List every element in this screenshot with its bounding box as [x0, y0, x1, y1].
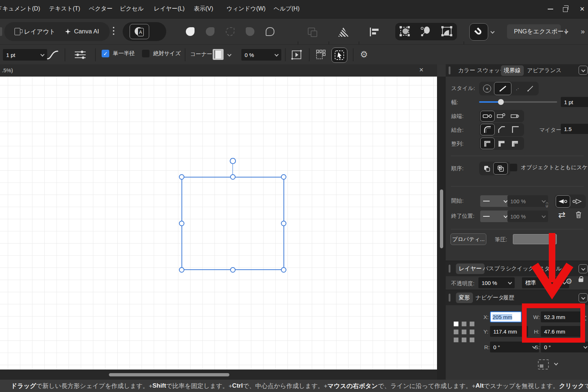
delete-stroke-button[interactable]	[575, 211, 582, 220]
horizontal-scrollbar-thumb[interactable]	[109, 373, 229, 376]
shear-select[interactable]: 0 °	[541, 342, 588, 352]
pressure-end-button[interactable]	[570, 196, 583, 207]
stroke-panel-collapse-button[interactable]	[579, 66, 588, 75]
resize-handle-s[interactable]	[230, 267, 236, 273]
menu-layer[interactable]: レイヤー(L)	[154, 5, 185, 13]
menu-help[interactable]: ヘルプ(H)	[274, 5, 299, 13]
corner-mode-button[interactable]	[441, 25, 453, 38]
order-behind-button[interactable]	[480, 163, 493, 174]
stroke-properties-button[interactable]	[73, 50, 87, 61]
anchor-center[interactable]	[462, 330, 466, 334]
menu-pixel[interactable]: ピクセル	[120, 5, 144, 13]
width-slider-track[interactable]	[479, 101, 557, 103]
convert-to-curves-button[interactable]	[290, 49, 303, 61]
pressure-profile-widget[interactable]	[513, 234, 557, 244]
transform-mode-button[interactable]	[399, 25, 412, 38]
tab-quickfx[interactable]: クイックFX	[511, 265, 541, 273]
tab-layers[interactable]: レイヤー	[456, 264, 485, 274]
resize-handle-e[interactable]	[281, 221, 286, 226]
anchor-point-grid[interactable]	[454, 322, 474, 342]
properties-button[interactable]: プロパティ...	[450, 233, 486, 245]
vertical-scrollbar[interactable]	[437, 77, 446, 380]
align-outside-button[interactable]	[509, 138, 522, 149]
lock-icon[interactable]	[579, 276, 583, 282]
boolean-add-button[interactable]	[186, 27, 195, 36]
snapping-dropdown-chevron[interactable]	[490, 29, 494, 33]
stroke-profile-button[interactable]	[46, 50, 59, 61]
checkbox-checked-icon[interactable]: ✓	[102, 50, 109, 57]
checkbox-unchecked-icon[interactable]	[510, 164, 517, 171]
width-slider-knob[interactable]	[498, 99, 504, 105]
settings-gear-icon[interactable]: ⚙	[360, 49, 368, 60]
style-solid-button[interactable]	[494, 82, 511, 95]
boolean-intersect-button[interactable]	[226, 27, 234, 36]
resize-handle-ne[interactable]	[281, 174, 286, 180]
transform-panel-collapse-button[interactable]	[579, 293, 588, 302]
scale-with-object-option[interactable]: オブジェクトとともにスケーリング	[510, 164, 588, 171]
style-brush-button[interactable]	[524, 83, 537, 94]
resize-handle-sw[interactable]	[179, 267, 184, 273]
start-percent-select[interactable]: 100 %	[507, 195, 548, 207]
tab-transform[interactable]: 変形	[456, 293, 473, 303]
alignment-button[interactable]	[370, 28, 379, 36]
boolean-divide-button[interactable]	[246, 27, 254, 36]
document-tab-close-icon[interactable]: ×	[419, 66, 424, 74]
x-value-field[interactable]: 205 mm	[490, 311, 522, 322]
resize-handle-se[interactable]	[281, 267, 286, 273]
tab-pathbrush[interactable]: パスブラシ	[483, 265, 511, 273]
end-percent-select[interactable]: 100 %	[507, 211, 548, 222]
align-inside-button[interactable]	[495, 138, 509, 149]
corner-percent-select[interactable]: 0 %	[241, 49, 281, 61]
join-round-button[interactable]	[480, 124, 495, 135]
anchor-bottom-left[interactable]	[454, 338, 458, 342]
canva-ai-button[interactable]: Canva AI	[65, 28, 99, 35]
rectangle-shape[interactable]	[181, 177, 284, 270]
mirror-button[interactable]	[338, 27, 348, 37]
swap-ends-icon[interactable]: ⇄	[558, 210, 565, 220]
join-miter-button[interactable]	[509, 124, 522, 135]
link-values-icon[interactable]: ∩∪	[546, 201, 548, 207]
anchor-top-center[interactable]	[462, 322, 466, 326]
layout-button[interactable]: レイアウト	[15, 28, 56, 36]
tab-color[interactable]: カラー	[458, 67, 475, 74]
artboard-view-button[interactable]: A	[130, 24, 149, 39]
layers-panel-collapse-button[interactable]	[579, 264, 588, 273]
anchor-bottom-right[interactable]	[470, 338, 474, 342]
end-style-select[interactable]	[480, 211, 510, 222]
node-mode-button[interactable]	[420, 25, 432, 38]
transform-mode-toggle[interactable]	[538, 359, 549, 369]
panel-grip[interactable]	[449, 66, 450, 74]
menu-vector[interactable]: ベクター	[89, 5, 113, 13]
link-aspect-icon[interactable]: ▪▪	[585, 315, 588, 334]
tab-stroke[interactable]: 境界線	[501, 65, 524, 76]
resize-handle-n[interactable]	[230, 174, 236, 180]
panel-grip[interactable]	[449, 294, 450, 302]
anchor-top-left[interactable]	[454, 322, 458, 326]
toolbar-overflow-menu[interactable]	[113, 27, 114, 28]
toolbar-more-chevrons[interactable]: »	[581, 27, 585, 36]
rotation-handle[interactable]	[230, 158, 236, 164]
boolean-subtract-button[interactable]	[206, 27, 215, 36]
close-button[interactable]: ×	[577, 4, 588, 15]
start-style-select[interactable]	[480, 195, 510, 207]
checkbox-unchecked-icon[interactable]	[142, 50, 150, 57]
menu-text[interactable]: テキスト(T)	[49, 5, 80, 13]
resize-handle-nw[interactable]	[179, 174, 184, 180]
minimize-button[interactable]	[545, 4, 556, 15]
resize-handle-w[interactable]	[179, 221, 184, 226]
duplicate-button[interactable]	[308, 28, 315, 35]
style-none-button[interactable]: ×	[480, 83, 494, 94]
menu-view[interactable]: 表示(V)	[194, 5, 213, 13]
document-tab-title[interactable]: .5%)	[2, 67, 13, 73]
corner-type-select[interactable]	[213, 49, 231, 60]
miter-value-field[interactable]: 1.5	[561, 124, 588, 134]
panel-grip[interactable]	[449, 265, 450, 273]
stroke-width-select[interactable]: 1 pt	[3, 49, 47, 61]
pressure-start-button[interactable]	[556, 195, 570, 208]
single-radius-option[interactable]: ✓ 単一半径	[102, 50, 135, 57]
rotation-select[interactable]: 0 °	[490, 342, 539, 352]
boolean-combine-button[interactable]	[266, 27, 274, 36]
export-button[interactable]: PNGをエクスポート	[507, 24, 561, 39]
select-on-create-button[interactable]	[331, 48, 347, 63]
align-center-button[interactable]	[480, 138, 495, 149]
